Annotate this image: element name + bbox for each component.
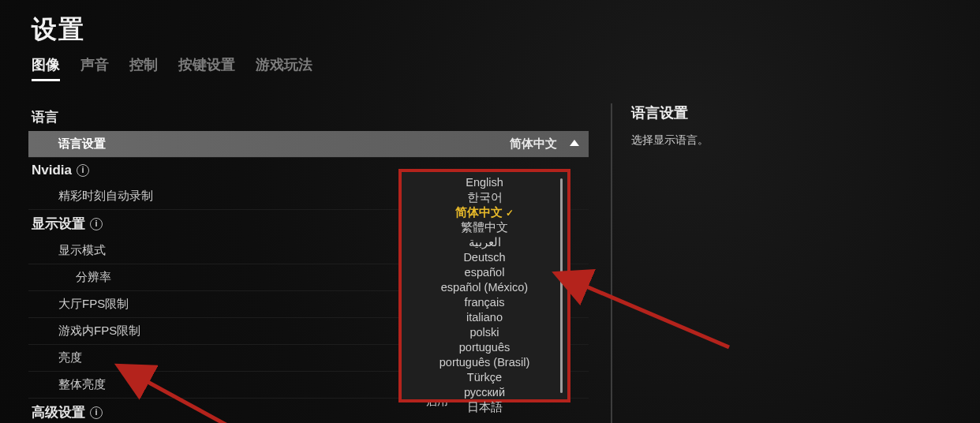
svg-line-0 xyxy=(581,284,729,347)
language-option[interactable]: français xyxy=(402,295,567,310)
language-option[interactable]: 日本語 xyxy=(402,400,567,415)
row-label: 大厅FPS限制 xyxy=(58,297,129,312)
row-label: 显示模式 xyxy=(58,243,106,258)
svg-line-1 xyxy=(142,379,229,423)
help-title: 语言设置 xyxy=(631,103,907,122)
info-icon[interactable]: i xyxy=(90,218,103,230)
group-label: 显示设置 xyxy=(32,215,85,233)
check-icon: ✓ xyxy=(506,208,514,219)
group-label: 语言 xyxy=(32,108,58,126)
settings-tabs: 图像声音控制按键设置游戏玩法 xyxy=(32,55,952,81)
language-option[interactable]: русский xyxy=(402,385,567,400)
language-option[interactable]: English xyxy=(402,175,567,190)
tab-0[interactable]: 图像 xyxy=(32,55,60,81)
tab-4[interactable]: 游戏玩法 xyxy=(256,55,312,81)
group-header-language: 语言 xyxy=(32,108,589,126)
language-option[interactable]: 简体中文✓ xyxy=(402,205,567,220)
tab-2[interactable]: 控制 xyxy=(129,55,158,81)
language-option[interactable]: Türkçe xyxy=(402,370,567,385)
info-icon[interactable]: i xyxy=(77,164,89,177)
page-title: 设置 xyxy=(32,13,952,47)
language-option[interactable]: português xyxy=(402,340,567,355)
language-option[interactable]: 繁體中文 xyxy=(402,220,567,235)
row-label: 语言设置 xyxy=(58,137,106,152)
group-label: Nvidia xyxy=(32,163,72,178)
language-option[interactable]: português (Brasil) xyxy=(402,355,567,370)
language-option[interactable]: español xyxy=(402,265,567,280)
language-option[interactable]: español (México) xyxy=(402,280,567,295)
chevron-up-icon xyxy=(570,140,579,146)
annotation-arrow-right xyxy=(571,268,745,366)
row-value: 简体中文 xyxy=(510,137,557,152)
language-option[interactable]: Deutsch xyxy=(402,250,567,265)
row-label: 分辨率 xyxy=(76,270,111,285)
language-option[interactable]: italiano xyxy=(402,310,567,325)
help-desc: 选择显示语言。 xyxy=(631,133,907,148)
scrollbar[interactable] xyxy=(560,178,563,393)
tab-1[interactable]: 声音 xyxy=(80,55,109,81)
info-icon[interactable]: i xyxy=(90,406,103,419)
row-label: 整体亮度 xyxy=(58,377,106,392)
row-label: 游戏内FPS限制 xyxy=(58,324,140,339)
language-dropdown[interactable]: English한국어简体中文✓繁體中文العربيةDeutschespañol… xyxy=(398,169,570,402)
annotation-arrow-left xyxy=(126,371,245,423)
help-panel: 语言设置 选择显示语言。 xyxy=(611,103,907,423)
row-label: 精彩时刻自动录制 xyxy=(58,189,153,204)
language-option[interactable]: 한국어 xyxy=(402,190,567,205)
group-label: 高级设置 xyxy=(32,403,85,421)
language-option[interactable]: polski xyxy=(402,325,567,340)
language-option[interactable]: العربية xyxy=(402,235,567,250)
tab-3[interactable]: 按键设置 xyxy=(178,55,235,81)
row-label: 亮度 xyxy=(58,350,82,365)
row-language-setting[interactable]: 语言设置 简体中文 xyxy=(28,131,589,158)
